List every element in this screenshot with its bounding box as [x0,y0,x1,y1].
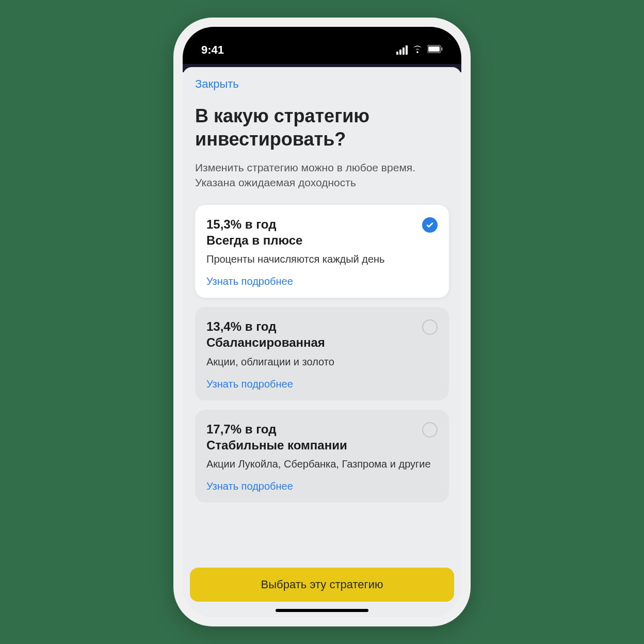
strategy-rate: 13,4% в год [206,318,416,334]
home-indicator [276,609,368,612]
learn-more-link[interactable]: Узнать подробнее [206,480,293,492]
sheet-content: Закрыть В какую стратегию инвестировать?… [183,67,461,617]
svg-rect-1 [428,46,440,52]
radio-empty-icon[interactable] [422,422,438,438]
close-button[interactable]: Закрыть [195,77,239,91]
status-icons [396,44,443,56]
screen: 9:41 Закрыть В какую стратегию инвестиро… [183,27,461,617]
radio-empty-icon[interactable] [422,319,438,335]
learn-more-link[interactable]: Узнать подробнее [206,276,293,287]
learn-more-link[interactable]: Узнать подробнее [206,378,293,390]
wifi-icon [412,44,423,56]
cellular-signal-icon [396,45,408,55]
notch [270,27,374,49]
check-icon[interactable] [422,217,438,233]
strategy-name: Сбалансированная [206,334,416,350]
strategy-desc: Проценты начисляются каждый день [206,252,438,266]
strategy-desc: Акции, облигации и золото [206,355,438,369]
svg-rect-2 [441,47,443,51]
select-strategy-button[interactable]: Выбрать эту стратегию [190,568,454,602]
strategy-name: Стабильные компании [206,437,416,453]
page-subtitle: Изменить стратегию можно в любое время. … [195,160,449,190]
strategy-desc: Акции Лукойла, Сбербанка, Газпрома и дру… [206,457,438,471]
status-bar: 9:41 [183,27,461,64]
battery-icon [427,45,443,55]
strategy-card[interactable]: 15,3% в год Всегда в плюсе Проценты начи… [195,205,449,298]
strategy-rate: 15,3% в год [206,216,416,232]
strategy-rate: 17,7% в год [206,421,416,437]
strategy-card[interactable]: 17,7% в год Стабильные компании Акции Лу… [195,410,449,503]
page-title: В какую стратегию инвестировать? [195,104,449,151]
phone-frame: 9:41 Закрыть В какую стратегию инвестиро… [173,18,471,626]
strategy-name: Всегда в плюсе [206,232,416,248]
status-time: 9:41 [201,43,224,57]
strategy-card[interactable]: 13,4% в год Сбалансированная Акции, обли… [195,307,449,400]
